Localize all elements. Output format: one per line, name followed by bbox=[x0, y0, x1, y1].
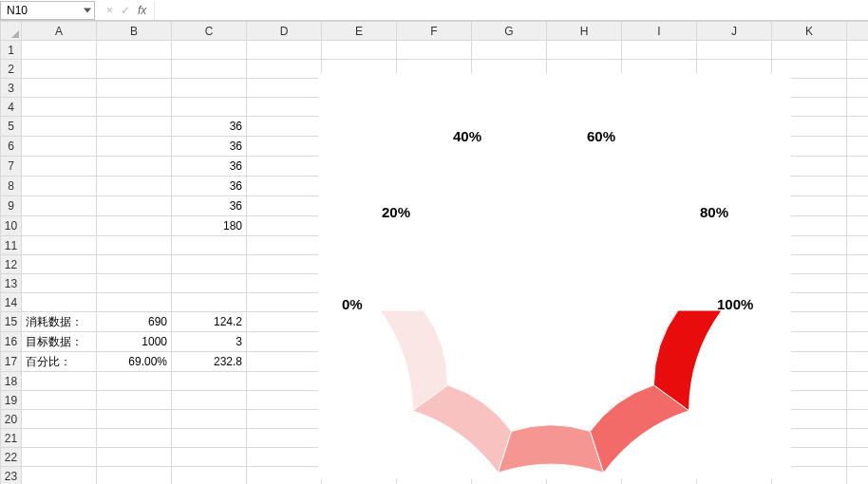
cell-B2[interactable] bbox=[97, 60, 172, 79]
cell-A6[interactable] bbox=[22, 137, 97, 157]
col-header-K[interactable]: K bbox=[772, 22, 847, 41]
cell-L13[interactable] bbox=[847, 274, 869, 293]
col-header-A[interactable]: A bbox=[22, 22, 97, 41]
col-header-C[interactable]: C bbox=[172, 22, 247, 41]
cell-C6[interactable]: 36 bbox=[172, 137, 247, 157]
row-header-18[interactable]: 18 bbox=[1, 372, 22, 391]
cell-D13[interactable] bbox=[247, 274, 322, 293]
col-header-B[interactable]: B bbox=[97, 22, 172, 41]
cell-B23[interactable] bbox=[97, 467, 172, 485]
row-header-9[interactable]: 9 bbox=[1, 196, 22, 216]
cell-B7[interactable] bbox=[97, 157, 172, 177]
cell-B9[interactable] bbox=[97, 196, 172, 216]
cell-L3[interactable] bbox=[847, 79, 869, 98]
cell-L15[interactable] bbox=[847, 312, 869, 332]
cell-A17[interactable]: 百分比： bbox=[22, 352, 97, 372]
cell-L2[interactable] bbox=[847, 60, 869, 79]
row-header-21[interactable]: 21 bbox=[1, 429, 22, 448]
cell-C23[interactable] bbox=[172, 467, 247, 485]
row-header-22[interactable]: 22 bbox=[1, 448, 22, 467]
cell-C10[interactable]: 180 bbox=[172, 216, 247, 236]
accept-icon[interactable]: ✓ bbox=[121, 4, 130, 17]
fx-icon[interactable]: fx bbox=[138, 4, 146, 17]
cell-L8[interactable] bbox=[847, 177, 869, 196]
cell-D21[interactable] bbox=[247, 429, 322, 448]
row-header-8[interactable]: 8 bbox=[1, 177, 22, 196]
cell-D3[interactable] bbox=[247, 79, 322, 98]
cell-B11[interactable] bbox=[97, 236, 172, 255]
cell-E1[interactable] bbox=[322, 41, 397, 60]
cell-B14[interactable] bbox=[97, 293, 172, 312]
cell-C15[interactable]: 124.2 bbox=[172, 312, 247, 332]
cell-C13[interactable] bbox=[172, 274, 247, 293]
cell-A5[interactable] bbox=[22, 117, 97, 137]
cell-B13[interactable] bbox=[97, 274, 172, 293]
cell-B16[interactable]: 1000 bbox=[97, 332, 172, 352]
cell-A12[interactable] bbox=[22, 255, 97, 274]
cell-J1[interactable] bbox=[697, 41, 772, 60]
cell-D6[interactable] bbox=[247, 137, 322, 157]
cell-L21[interactable] bbox=[847, 429, 869, 448]
cell-A1[interactable] bbox=[22, 41, 97, 60]
cell-C18[interactable] bbox=[172, 372, 247, 391]
row-header-13[interactable]: 13 bbox=[1, 274, 22, 293]
formula-input[interactable] bbox=[154, 1, 868, 20]
cell-A14[interactable] bbox=[22, 293, 97, 312]
cell-C4[interactable] bbox=[172, 98, 247, 117]
cell-D8[interactable] bbox=[247, 177, 322, 196]
col-header-I[interactable]: I bbox=[622, 22, 697, 41]
col-header-D[interactable]: D bbox=[247, 22, 322, 41]
cell-I1[interactable] bbox=[622, 41, 697, 60]
cell-C14[interactable] bbox=[172, 293, 247, 312]
cell-D14[interactable] bbox=[247, 293, 322, 312]
cell-D22[interactable] bbox=[247, 448, 322, 467]
row-header-4[interactable]: 4 bbox=[1, 98, 22, 117]
col-header-E[interactable]: E bbox=[322, 22, 397, 41]
cell-C12[interactable] bbox=[172, 255, 247, 274]
cell-B1[interactable] bbox=[97, 41, 172, 60]
cell-A18[interactable] bbox=[22, 372, 97, 391]
cell-H1[interactable] bbox=[547, 41, 622, 60]
cell-A21[interactable] bbox=[22, 429, 97, 448]
cell-B12[interactable] bbox=[97, 255, 172, 274]
cell-C11[interactable] bbox=[172, 236, 247, 255]
cell-C21[interactable] bbox=[172, 429, 247, 448]
row-header-15[interactable]: 15 bbox=[1, 312, 22, 332]
cell-B4[interactable] bbox=[97, 98, 172, 117]
chevron-down-icon[interactable] bbox=[84, 8, 91, 12]
cell-A15[interactable]: 消耗数据： bbox=[22, 312, 97, 332]
row-header-19[interactable]: 19 bbox=[1, 391, 22, 410]
cell-D5[interactable] bbox=[247, 117, 322, 137]
cell-B22[interactable] bbox=[97, 448, 172, 467]
row-header-14[interactable]: 14 bbox=[1, 293, 22, 312]
cell-D15[interactable] bbox=[247, 312, 322, 332]
cell-A9[interactable] bbox=[22, 196, 97, 216]
cell-F1[interactable] bbox=[397, 41, 472, 60]
cell-D17[interactable] bbox=[247, 352, 322, 372]
cell-B8[interactable] bbox=[97, 177, 172, 196]
cell-L12[interactable] bbox=[847, 255, 869, 274]
cell-B19[interactable] bbox=[97, 391, 172, 410]
name-box[interactable]: N10 bbox=[0, 1, 95, 20]
cell-A20[interactable] bbox=[22, 410, 97, 429]
cell-L1[interactable] bbox=[847, 41, 869, 60]
col-header-J[interactable]: J bbox=[697, 22, 772, 41]
cell-C7[interactable]: 36 bbox=[172, 157, 247, 177]
cell-K1[interactable] bbox=[772, 41, 847, 60]
cell-A13[interactable] bbox=[22, 274, 97, 293]
cell-B20[interactable] bbox=[97, 410, 172, 429]
cell-L22[interactable] bbox=[847, 448, 869, 467]
row-header-10[interactable]: 10 bbox=[1, 216, 22, 236]
row-header-1[interactable]: 1 bbox=[1, 41, 22, 60]
select-all-corner[interactable] bbox=[1, 22, 22, 41]
cell-D1[interactable] bbox=[247, 41, 322, 60]
cell-C19[interactable] bbox=[172, 391, 247, 410]
cell-A22[interactable] bbox=[22, 448, 97, 467]
cell-D16[interactable] bbox=[247, 332, 322, 352]
cell-C8[interactable]: 36 bbox=[172, 177, 247, 196]
row-header-23[interactable]: 23 bbox=[1, 467, 22, 485]
cell-B10[interactable] bbox=[97, 216, 172, 236]
cell-D9[interactable] bbox=[247, 196, 322, 216]
row-header-3[interactable]: 3 bbox=[1, 79, 22, 98]
cell-C3[interactable] bbox=[172, 79, 247, 98]
